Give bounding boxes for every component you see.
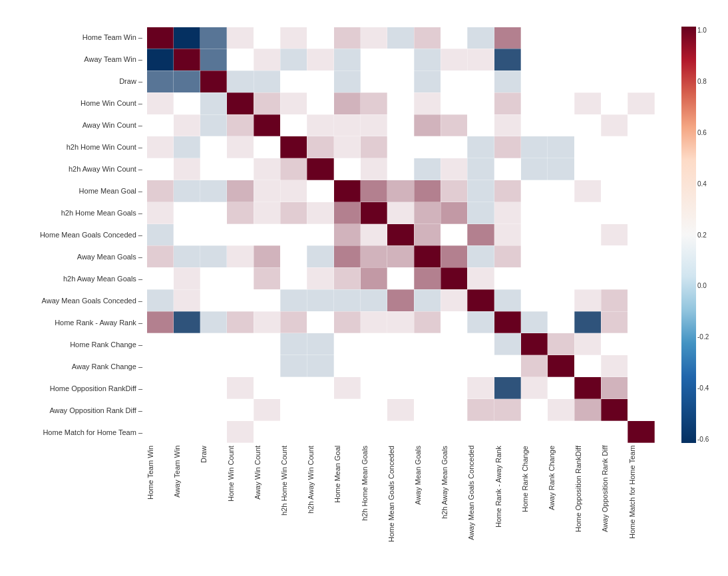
heatmap-cell <box>548 333 574 355</box>
heatmap-cell <box>521 49 548 71</box>
heatmap-cell <box>441 224 467 246</box>
heatmap-cell <box>200 92 227 114</box>
heatmap-cell <box>441 289 467 311</box>
heatmap-cell <box>601 202 628 224</box>
heatmap-cell <box>200 245 227 267</box>
heatmap-cell <box>387 92 414 114</box>
heatmap-cell <box>601 27 628 49</box>
chart-container: Home Team Win –Away Team Win –Draw –Home… <box>0 0 728 576</box>
heatmap-cell <box>254 180 280 202</box>
heatmap-cell <box>174 267 200 289</box>
heatmap-cell <box>414 311 441 333</box>
heatmap-cell <box>147 421 174 443</box>
x-label: Home Mean Goals Conceded <box>387 443 414 576</box>
heatmap-cell <box>601 399 628 421</box>
heatmap-cell <box>174 289 200 311</box>
x-label: Away Mean Goals <box>414 443 441 576</box>
heatmap-cell <box>147 136 174 158</box>
heatmap-cell <box>227 311 254 333</box>
table-row <box>147 27 655 49</box>
heatmap-cell <box>548 355 574 377</box>
x-label: Home Mean Goal <box>333 443 360 576</box>
heatmap-cell <box>200 180 227 202</box>
heatmap-cell <box>174 71 200 92</box>
heatmap-cell <box>628 245 654 267</box>
heatmap-cell <box>387 245 414 267</box>
x-label: Home Team Win <box>146 443 173 576</box>
heatmap-cell <box>601 377 628 399</box>
heatmap-cell <box>441 333 467 355</box>
heatmap-cell <box>494 245 521 267</box>
heatmap-cell <box>227 267 254 289</box>
heatmap-cell <box>227 421 254 443</box>
heatmap-cell <box>280 289 307 311</box>
heatmap-cell <box>334 333 361 355</box>
heatmap-cell <box>334 224 361 246</box>
heatmap-cell <box>441 71 467 92</box>
heatmap-cell <box>280 180 307 202</box>
colorbar-tick: 0.8 <box>697 78 709 85</box>
heatmap-cell <box>334 114 361 136</box>
heatmap-cell <box>414 180 441 202</box>
colorbar-tick: 0.4 <box>697 180 709 188</box>
heatmap-cell <box>254 27 280 49</box>
heatmap-cell <box>254 202 280 224</box>
heatmap-cell <box>254 267 280 289</box>
heatmap-cell <box>334 27 361 49</box>
heatmap-cell <box>334 136 361 158</box>
heatmap-cell <box>174 27 200 49</box>
heatmap-cell <box>494 158 521 180</box>
heatmap-cell <box>441 399 467 421</box>
heatmap-cell <box>200 158 227 180</box>
heatmap-cell <box>307 224 333 246</box>
heatmap-cell <box>387 333 414 355</box>
heatmap-cell <box>361 136 387 158</box>
heatmap-cell <box>280 27 307 49</box>
heatmap-cell <box>254 421 280 443</box>
heatmap-cell <box>467 355 494 377</box>
heatmap-cell <box>387 180 414 202</box>
heatmap-cell <box>280 71 307 92</box>
heatmap-cell <box>628 136 654 158</box>
heatmap-cell <box>521 114 548 136</box>
colorbar-gradient <box>681 27 696 443</box>
x-label: Home Rank - Away Rank <box>494 443 521 576</box>
heatmap-cell <box>494 289 521 311</box>
heatmap-cell <box>334 421 361 443</box>
heatmap-cell <box>200 224 227 246</box>
heatmap-cell <box>521 421 548 443</box>
heatmap-cell <box>467 245 494 267</box>
heatmap-cell <box>441 180 467 202</box>
heatmap-cell <box>387 27 414 49</box>
heatmap-cell <box>147 224 174 246</box>
heatmap-cell <box>601 71 628 92</box>
heatmap-cell <box>334 158 361 180</box>
heatmap-cell <box>441 114 467 136</box>
heatmap-cell <box>414 289 441 311</box>
heatmap-cell <box>548 377 574 399</box>
x-labels: Home Team WinAway Team WinDrawHome Win C… <box>146 443 655 576</box>
heatmap-cell <box>441 49 467 71</box>
heatmap-cell <box>334 49 361 71</box>
heatmap-cell <box>548 114 574 136</box>
heatmap-cell <box>361 27 387 49</box>
y-label: Home Rank - Away Rank – <box>0 311 146 333</box>
heatmap-cell <box>521 245 548 267</box>
heatmap-cell <box>147 49 174 71</box>
table-row <box>147 289 655 311</box>
heatmap-cell <box>628 333 654 355</box>
table-row <box>147 49 655 71</box>
heatmap-cell <box>601 245 628 267</box>
heatmap-cell <box>227 333 254 355</box>
y-label: Home Rank Change – <box>0 333 146 355</box>
heatmap-cell <box>307 355 333 377</box>
heatmap-cell <box>441 27 467 49</box>
x-label: Away Team Win <box>173 443 200 576</box>
heatmap-cell <box>494 27 521 49</box>
heatmap-cell <box>467 267 494 289</box>
heatmap-cell <box>467 289 494 311</box>
y-label: Away Mean Goals – <box>0 246 146 268</box>
heatmap-cell <box>280 267 307 289</box>
heatmap-cell <box>494 377 521 399</box>
heatmap-cell <box>307 311 333 333</box>
